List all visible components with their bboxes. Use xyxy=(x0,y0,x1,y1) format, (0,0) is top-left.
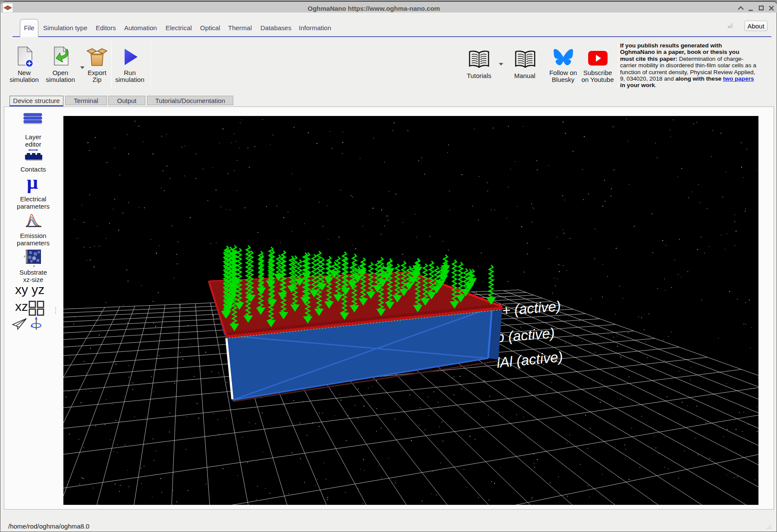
svg-text:z: z xyxy=(33,264,35,267)
svg-text:x: x xyxy=(24,255,25,258)
svg-text:p (active): p (active) xyxy=(495,325,555,345)
